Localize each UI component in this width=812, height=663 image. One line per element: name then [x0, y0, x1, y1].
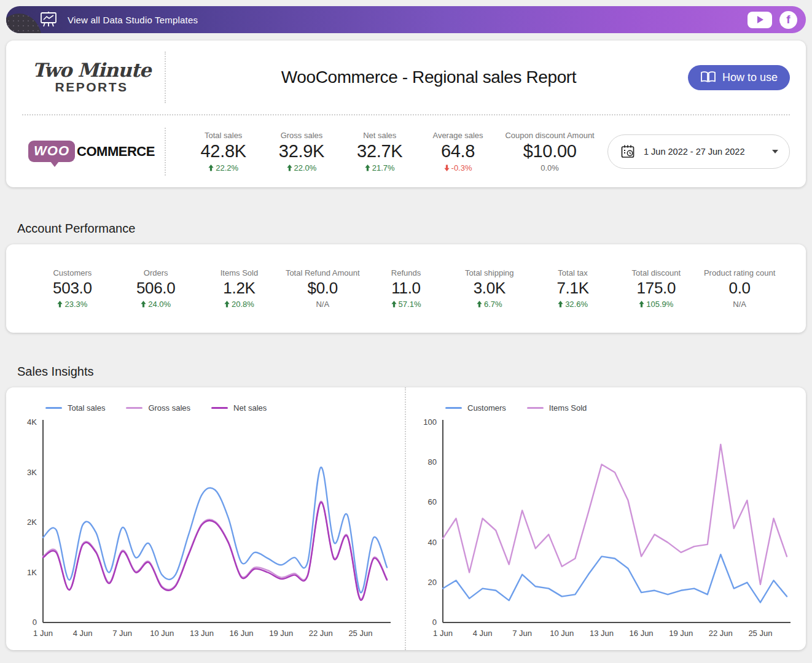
kpi-label: Total shipping [448, 268, 531, 277]
legend-item[interactable]: Gross sales [126, 403, 190, 413]
kpi-label: Product rating count [698, 268, 781, 277]
kpi-delta: 22.0% [262, 163, 340, 173]
legend-label: Gross sales [148, 403, 190, 413]
how-to-use-label: How to use [722, 71, 778, 84]
kpi-value: 32.9K [262, 141, 340, 161]
chart-legend: CustomersItems Sold [445, 403, 806, 413]
sales-chart-plot: 01K2K3K4K1 Jun4 Jun7 Jun10 Jun13 Jun16 J… [6, 415, 405, 646]
templates-banner[interactable]: View all Data Studio Templates f [6, 6, 806, 33]
kpi-value: 64.8 [419, 141, 497, 161]
svg-text:20: 20 [428, 578, 437, 587]
kpi-value: 1.2K [198, 279, 281, 298]
kpi-delta: -0.3% [419, 163, 497, 173]
legend-item[interactable]: Customers [445, 403, 506, 413]
kpi-metric: Net sales 32.7K 21.7% [341, 131, 419, 173]
kpi-value: 3.0K [448, 279, 531, 298]
delta-arrow-icon [141, 301, 146, 308]
svg-text:1K: 1K [27, 568, 37, 577]
brand-script-text: Two Minute [22, 61, 161, 80]
legend-item[interactable]: Net sales [211, 403, 267, 413]
kpi-value: 0.0 [698, 279, 781, 298]
kpi-delta: N/A [281, 300, 364, 309]
kpi-label: Total tax [531, 268, 615, 277]
kpi-value: 7.1K [531, 279, 615, 298]
delta-arrow-icon [365, 165, 370, 171]
legend-label: Items Sold [549, 403, 587, 413]
vertical-divider [165, 52, 166, 103]
kpi-metric: Orders 506.0 24.0% [114, 268, 198, 309]
legend-label: Customers [467, 403, 506, 413]
delta-arrow-icon [57, 301, 63, 308]
svg-text:7 Jun: 7 Jun [512, 629, 532, 638]
legend-swatch [527, 407, 544, 409]
how-to-use-button[interactable]: How to use [688, 65, 790, 90]
two-minute-reports-logo: Two Minute REPORTS [22, 61, 161, 94]
account-performance-heading: Account Performance [17, 187, 812, 236]
svg-text:2K: 2K [27, 518, 37, 527]
chevron-down-icon[interactable] [772, 150, 778, 153]
kpi-metric: Total discount 175.0 105.9% [614, 268, 698, 309]
woo-word: COMMERCE [77, 144, 155, 160]
kpi-label: Total Refund Amount [281, 268, 364, 277]
woocommerce-logo: WOO COMMERCE [22, 141, 161, 162]
banner-decor-blob [6, 14, 42, 33]
svg-text:1 Jun: 1 Jun [33, 629, 53, 638]
svg-text:19 Jun: 19 Jun [269, 629, 293, 638]
sales-insights-card: Total salesGross salesNet sales 01K2K3K4… [6, 387, 806, 650]
kpi-metric: Total sales 42.8K 22.2% [184, 131, 262, 173]
brand-block-text: REPORTS [22, 80, 161, 94]
kpi-metric: Gross sales 32.9K 22.0% [262, 131, 340, 173]
delta-arrow-icon [477, 301, 482, 308]
kpi-delta: 32.6% [531, 300, 615, 309]
chart-legend: Total salesGross salesNet sales [45, 403, 405, 413]
svg-text:19 Jun: 19 Jun [669, 629, 693, 638]
svg-text:60: 60 [428, 497, 437, 506]
kpi-label: Average sales [419, 131, 497, 140]
facebook-icon[interactable]: f [779, 11, 797, 29]
kpi-delta: 0.0% [497, 163, 603, 173]
kpi-value: $10.00 [497, 141, 603, 161]
presentation-chart-icon [39, 11, 58, 28]
banner-link-label[interactable]: View all Data Studio Templates [68, 15, 198, 25]
delta-arrow-icon [639, 301, 644, 308]
kpi-metric: Product rating count 0.0 N/A [698, 268, 781, 309]
kpi-delta: 22.2% [184, 163, 262, 173]
svg-text:4 Jun: 4 Jun [473, 629, 493, 638]
sales-insights-heading: Sales Insights [17, 333, 812, 379]
woo-bubble: WOO [28, 141, 75, 162]
svg-text:22 Jun: 22 Jun [309, 629, 333, 638]
kpi-delta: 6.7% [448, 300, 531, 309]
kpi-delta: 105.9% [614, 300, 698, 309]
kpi-value: 175.0 [614, 279, 698, 298]
svg-text:3K: 3K [27, 468, 37, 477]
svg-text:7 Jun: 7 Jun [112, 629, 132, 638]
customers-chart-plot: 0204060801001 Jun4 Jun7 Jun10 Jun13 Jun1… [406, 415, 806, 646]
date-range-selector[interactable]: 1 Jun 2022 - 27 Jun 2022 [607, 134, 790, 169]
kpi-delta: 20.8% [198, 300, 281, 309]
svg-text:0: 0 [432, 618, 437, 627]
kpi-label: Total discount [614, 268, 698, 277]
legend-label: Total sales [68, 403, 105, 413]
kpi-value: 42.8K [184, 141, 262, 161]
open-book-icon [700, 71, 716, 83]
account-performance-card: Customers 503.0 23.3% Orders 506.0 24.0%… [6, 244, 806, 333]
kpi-metric: Refunds 11.0 57.1% [364, 268, 448, 309]
kpi-value: 32.7K [341, 141, 419, 161]
kpi-value: $0.0 [281, 279, 364, 298]
kpi-metric: Average sales 64.8 -0.3% [419, 131, 497, 173]
delta-arrow-icon [558, 301, 563, 308]
date-range-value: 1 Jun 2022 - 27 Jun 2022 [644, 147, 763, 157]
youtube-icon[interactable] [748, 12, 772, 28]
legend-swatch [211, 407, 228, 409]
legend-item[interactable]: Total sales [45, 403, 105, 413]
legend-item[interactable]: Items Sold [527, 403, 587, 413]
svg-text:16 Jun: 16 Jun [230, 629, 254, 638]
delta-arrow-icon [391, 301, 397, 308]
kpi-label: Items Sold [198, 268, 281, 277]
kpi-label: Coupon discount Amount [497, 131, 603, 140]
kpi-delta: 21.7% [341, 163, 419, 173]
legend-swatch [126, 407, 142, 409]
play-icon [757, 16, 763, 23]
kpi-value: 503.0 [31, 279, 114, 298]
svg-text:80: 80 [428, 457, 437, 467]
